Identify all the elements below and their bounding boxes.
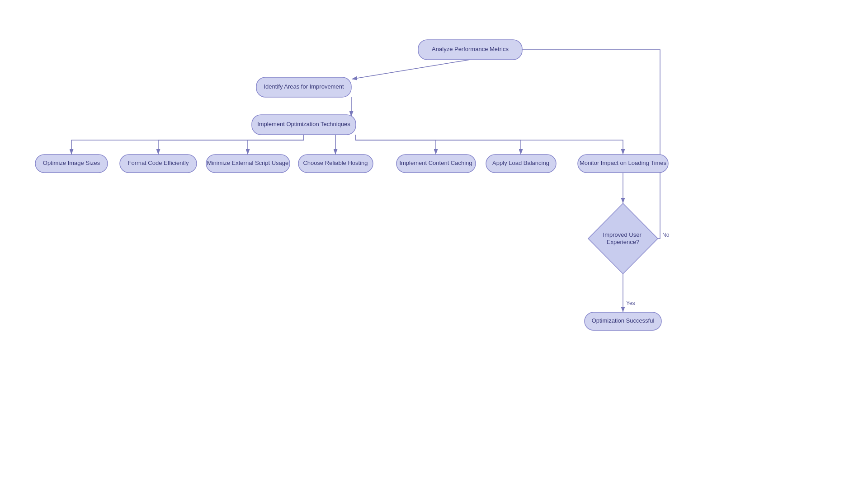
- implement-label: Implement Optimization Techniques: [257, 121, 350, 127]
- hosting-label: Choose Reliable Hosting: [303, 160, 368, 166]
- optimize-label: Optimize Image Sizes: [43, 160, 100, 166]
- loadbal-label: Apply Load Balancing: [492, 160, 549, 166]
- minimize-label: Minimize External Script Usage: [207, 160, 289, 166]
- analyze-label: Analyze Performance Metrics: [432, 46, 509, 52]
- decision-label: Improved User Experience?: [603, 231, 643, 245]
- no-label: No: [662, 232, 670, 238]
- svg-line-1: [352, 60, 470, 79]
- monitor-label: Monitor Impact on Loading Times: [580, 160, 667, 166]
- yes-label: Yes: [626, 300, 635, 306]
- success-label: Optimization Successful: [592, 317, 655, 324]
- identify-label: Identify Areas for Improvement: [264, 83, 344, 90]
- format-label: Format Code Efficiently: [128, 160, 189, 166]
- caching-label: Implement Content Caching: [399, 160, 472, 166]
